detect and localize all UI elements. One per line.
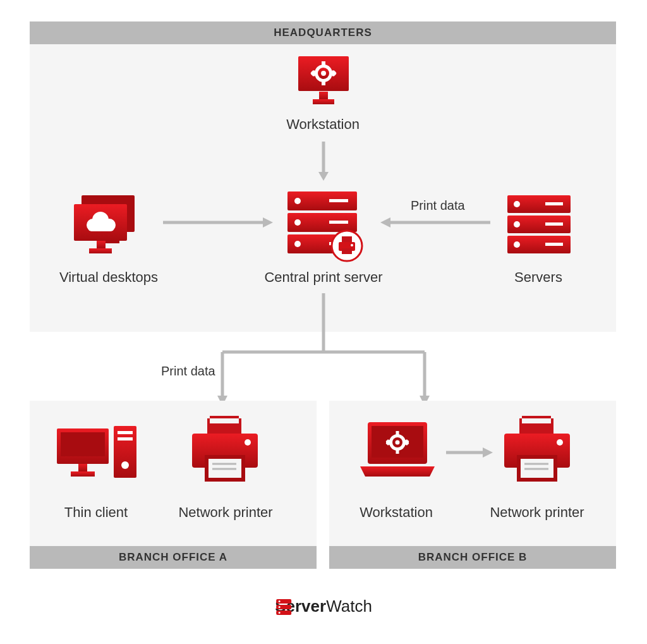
arrow-vdesktops-to-central — [162, 215, 275, 230]
svg-point-65 — [121, 461, 129, 469]
central-print-server-icon — [284, 188, 366, 264]
thin-client-icon — [53, 422, 142, 492]
arrow-servers-to-central — [378, 215, 492, 230]
network-printer-a-label: Network printer — [150, 504, 301, 521]
workstation-icon — [295, 54, 352, 107]
edge-print-data-right: Print data — [411, 198, 465, 213]
svg-point-104 — [279, 612, 281, 614]
svg-rect-78 — [396, 431, 399, 436]
svg-marker-89 — [483, 447, 493, 458]
connector-central-to-branches — [171, 292, 480, 412]
svg-rect-21 — [89, 248, 112, 253]
svg-rect-64 — [118, 437, 133, 440]
workstation-label: Workstation — [247, 116, 399, 133]
svg-point-94 — [557, 439, 563, 446]
svg-point-15 — [321, 71, 326, 76]
arrow-workstation-to-central — [316, 140, 331, 183]
brand-logo-icon — [275, 598, 293, 616]
svg-rect-32 — [329, 221, 348, 224]
svg-rect-63 — [118, 431, 133, 434]
svg-point-33 — [294, 241, 301, 247]
virtual-desktops-icon — [70, 193, 146, 262]
svg-point-31 — [294, 219, 301, 226]
svg-rect-49 — [545, 243, 563, 246]
branch-b-header: BRANCH OFFICE B — [329, 546, 616, 569]
svg-point-44 — [514, 201, 520, 207]
svg-rect-68 — [210, 416, 239, 418]
network-printer-a-icon — [187, 416, 263, 489]
svg-rect-30 — [329, 199, 348, 202]
branch-b-workstation-label: Workstation — [320, 504, 472, 521]
svg-rect-7 — [322, 80, 325, 85]
arrow-workstation-b-to-printer — [445, 445, 495, 460]
svg-rect-2 — [319, 92, 328, 99]
branch-b-title: BRANCH OFFICE B — [418, 551, 528, 564]
network-printer-b-label: Network printer — [461, 504, 613, 521]
svg-rect-3 — [313, 99, 334, 104]
svg-point-29 — [294, 198, 301, 204]
hq-header: HEADQUARTERS — [30, 21, 616, 44]
svg-point-70 — [245, 439, 251, 446]
edge-print-data-branches: Print data — [161, 364, 215, 379]
brand-name-reg: Watch — [326, 597, 372, 616]
branch-b-workstation-icon — [356, 417, 438, 487]
svg-point-87 — [396, 440, 400, 445]
svg-point-40 — [351, 244, 353, 246]
servers-label: Servers — [463, 269, 614, 286]
svg-rect-6 — [322, 61, 325, 66]
thin-client-label: Thin client — [20, 504, 172, 521]
servers-icon — [504, 193, 574, 256]
svg-rect-37 — [342, 236, 352, 243]
brand-logo: ServerWatch — [275, 597, 372, 616]
network-printer-b-icon — [499, 416, 575, 489]
svg-point-102 — [279, 600, 281, 602]
svg-marker-53 — [263, 217, 273, 228]
svg-point-46 — [514, 221, 520, 228]
svg-marker-51 — [318, 172, 329, 181]
branch-a-header: BRANCH OFFICE A — [30, 546, 317, 569]
svg-rect-79 — [396, 449, 399, 454]
svg-marker-55 — [380, 217, 390, 228]
svg-rect-39 — [342, 248, 352, 254]
svg-rect-60 — [78, 464, 87, 471]
svg-rect-45 — [545, 202, 563, 205]
svg-rect-47 — [545, 222, 563, 226]
svg-point-103 — [279, 606, 281, 608]
svg-rect-61 — [71, 471, 95, 477]
svg-rect-20 — [97, 241, 106, 248]
central-print-server-label: Central print server — [248, 269, 399, 286]
svg-point-48 — [514, 241, 520, 248]
svg-rect-92 — [522, 416, 551, 418]
virtual-desktops-label: Virtual desktops — [33, 269, 184, 286]
hq-title: HEADQUARTERS — [274, 27, 372, 39]
svg-rect-59 — [61, 432, 105, 456]
svg-rect-25 — [88, 224, 114, 231]
branch-a-title: BRANCH OFFICE A — [119, 551, 227, 564]
